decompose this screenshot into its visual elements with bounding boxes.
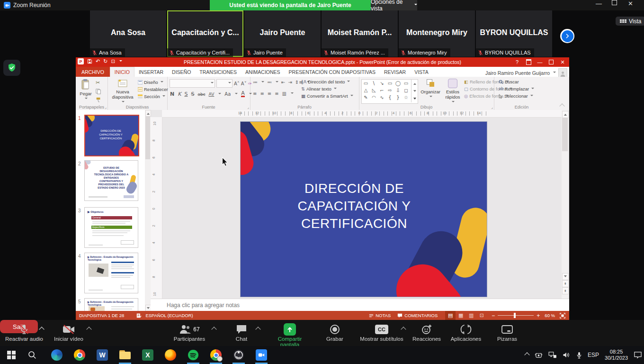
participant-tile[interactable]: Montenegro Miry Montenegro Miry (399, 10, 475, 57)
zoom-out-button[interactable]: − (492, 312, 495, 319)
tray-expand-icon[interactable] (524, 352, 529, 357)
tab-transiciones[interactable]: TRANSICIONES (195, 67, 241, 77)
numbering-button[interactable]: ≕ (267, 80, 272, 85)
share-screen-button[interactable]: Compartir pantalla (268, 323, 311, 347)
gallery-down-icon[interactable] (413, 90, 416, 93)
format-painter-icon[interactable] (96, 97, 101, 103)
slide-scrollbar[interactable]: ⇞ ⇟ (562, 110, 568, 299)
align-left-button[interactable]: ≡ (253, 91, 257, 96)
collapse-ribbon-icon[interactable] (559, 103, 564, 109)
view-options-button[interactable]: Opciones de vista (371, 0, 417, 10)
meeting-security-badge[interactable] (3, 60, 20, 76)
bold-button[interactable]: N (170, 91, 174, 97)
thumbnail-slide-4[interactable]: ▶ Definición - Estudio de Desagregación … (84, 253, 138, 293)
tab-insertar[interactable]: INSERTAR (134, 67, 168, 77)
previous-slide-button[interactable]: ⇞ (562, 280, 569, 287)
normal-view-button[interactable]: ▤ (445, 311, 456, 320)
arrange-button[interactable]: Organizar (420, 79, 441, 100)
decrease-indent-button[interactable]: ⇤ (281, 80, 285, 85)
justify-button[interactable]: ≡ (275, 91, 278, 96)
scrollbar-thumb[interactable] (145, 117, 150, 159)
scroll-down-button[interactable] (562, 273, 569, 280)
align-text-button[interactable]: ⇅Alinear texto (301, 86, 353, 91)
text-shadow-button[interactable]: abc (197, 92, 205, 97)
notes-pane[interactable]: Haga clic para agregar notas (151, 299, 569, 311)
taskbar-search-button[interactable] (26, 348, 39, 362)
convert-smartart-button[interactable]: ▦Convertir a SmartArt (301, 93, 353, 99)
next-slide-button[interactable]: ⇟ (562, 287, 569, 294)
apps-button[interactable]: Aplicaciones (445, 323, 487, 342)
start-video-button[interactable]: Iniciar vídeo (47, 323, 90, 342)
columns-button[interactable]: ▥ (282, 91, 286, 96)
replace-button[interactable]: abReemplazar (499, 86, 534, 91)
taskbar-file-explorer-icon[interactable] (118, 348, 132, 362)
spellcheck-icon[interactable] (136, 313, 142, 318)
help-button[interactable]: ? (511, 57, 523, 67)
captions-button[interactable]: CC Mostrar subtítulos (356, 323, 407, 342)
taskbar-excel-icon[interactable]: X (141, 348, 154, 362)
tab-diseno[interactable]: DISEÑO (168, 67, 195, 77)
scroll-up-button[interactable] (562, 111, 569, 118)
customize-qat-icon[interactable] (119, 60, 122, 63)
undo-icon[interactable]: ↶ (96, 58, 100, 64)
ribbon-display-button[interactable] (523, 57, 534, 67)
notes-toggle[interactable]: NOTAS (369, 313, 391, 318)
language-indicator[interactable]: ESP (588, 352, 599, 358)
tray-mic-icon[interactable] (576, 352, 582, 359)
account-menu[interactable]: Jairo Ramiro Puente Guijarro (485, 68, 567, 77)
taskbar-zoom-icon[interactable] (255, 348, 268, 362)
action-center-icon[interactable] (634, 351, 642, 359)
taskbar-chrome-icon[interactable] (73, 348, 86, 362)
align-center-button[interactable]: ≡ (260, 91, 264, 96)
font-color-button[interactable]: A (241, 91, 245, 97)
start-button[interactable] (5, 348, 18, 362)
tab-archivo[interactable]: ARCHIVO (76, 67, 110, 77)
font-size-combobox[interactable] (216, 79, 233, 88)
tab-inicio[interactable]: INICIO (110, 67, 134, 77)
bullets-button[interactable]: ≔ (253, 80, 258, 85)
save-icon[interactable] (87, 59, 92, 64)
minimize-button[interactable]: — (596, 0, 612, 10)
italic-button[interactable]: K (178, 91, 181, 97)
participant-tile[interactable]: BYRON UQUILLAS BYRON UQUILLAS (476, 10, 552, 57)
select-button[interactable]: Seleccionar (499, 93, 534, 99)
character-spacing-button[interactable]: AV (209, 92, 215, 97)
close-button[interactable]: ✕ (628, 0, 644, 10)
align-right-button[interactable]: ≡ (268, 91, 271, 96)
tray-volume-icon[interactable] (563, 352, 571, 358)
thumbnail-slide-3[interactable]: ▶ Objetivos General Específicos (84, 207, 138, 248)
strikethrough-button[interactable]: S (191, 91, 194, 97)
taskbar-edge-icon[interactable] (50, 348, 63, 362)
slide-canvas[interactable]: DIRECCIÓN DE CAPACITACIÓN Y CERTIFICACIÓ… (240, 121, 487, 297)
chat-button[interactable]: Chat (220, 323, 263, 342)
whiteboards-button[interactable]: Pizarras (486, 323, 528, 342)
section-button[interactable]: Sección (138, 94, 168, 99)
scroll-up-button[interactable] (145, 110, 151, 117)
unmute-button[interactable]: Reactivar audio (3, 323, 45, 342)
participants-button[interactable]: 67 Participantes (168, 323, 211, 342)
change-case-button[interactable]: Aa (224, 91, 231, 97)
restore-button[interactable] (612, 0, 628, 10)
slide-title[interactable]: DIRECCIÓN DE CAPACITACIÓN Y CERTIFICACIÓ… (283, 180, 425, 232)
vista-button[interactable]: Vista (616, 17, 644, 26)
gallery-up-icon[interactable] (413, 82, 416, 85)
participant-tile[interactable]: Moiset Ramón P... Moiset Ramón Pérez ... (322, 10, 398, 57)
layout-button[interactable]: Diseño (138, 80, 168, 85)
increase-font-icon[interactable]: A˄ (234, 81, 240, 86)
ppt-restore-button[interactable] (546, 57, 557, 67)
slideshow-button[interactable]: ⊡ (476, 311, 487, 320)
decrease-font-icon[interactable]: A˅ (241, 81, 247, 86)
paste-button[interactable]: Pegar (78, 79, 94, 101)
record-button[interactable]: Grabar (313, 323, 356, 342)
thumbnail-slide-5[interactable]: ▶ Definición - Estudio de Desagregación … (84, 298, 138, 311)
tab-revisar[interactable]: REVISAR (380, 67, 410, 77)
reading-view-button[interactable]: ▥ (466, 311, 476, 320)
new-slide-button[interactable]: Nueva diapositiva (109, 79, 136, 105)
ppt-minimize-button[interactable]: — (534, 57, 546, 67)
slide-sorter-button[interactable]: ▦ (456, 311, 466, 320)
zoom-slider[interactable] (498, 315, 534, 316)
text-direction-button[interactable]: ∥ADirección del texto (301, 79, 353, 84)
taskbar-chrome-profile-icon[interactable] (209, 348, 223, 362)
fit-to-window-icon[interactable] (560, 313, 565, 318)
thumbnail-slide-2[interactable]: ESTUDIO DE DESAGREGACIÓN TECNOLÓGICA DIR… (84, 160, 138, 201)
